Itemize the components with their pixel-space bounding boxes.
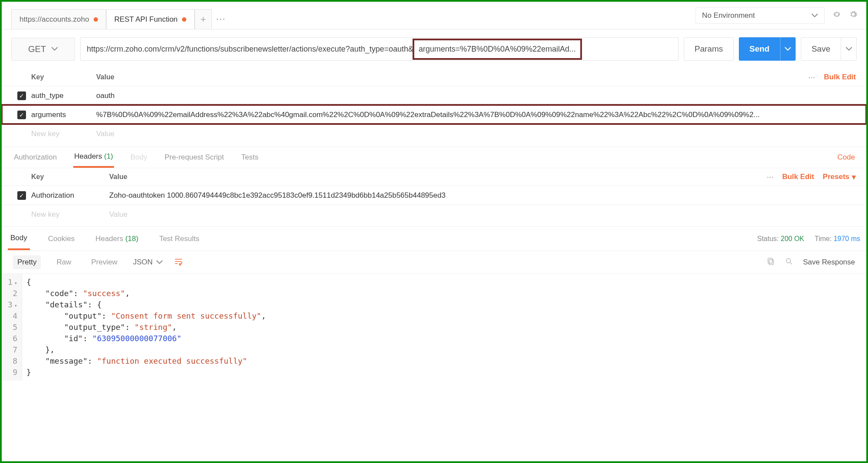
- header-key-placeholder[interactable]: New key: [31, 210, 109, 219]
- svg-rect-0: [769, 259, 774, 264]
- header-row-new[interactable]: New key Value: [2, 205, 866, 224]
- bulk-edit-link[interactable]: Bulk Edit: [824, 73, 856, 82]
- tab-strip: https://accounts.zoho REST API Function …: [6, 2, 229, 29]
- chevron-down-icon: [784, 46, 791, 52]
- headers-key-header: Key: [31, 173, 109, 181]
- chevron-down-icon: [156, 259, 163, 266]
- headers-header: Key Value ⋯ Bulk Edit Presets ▾: [2, 168, 866, 186]
- top-bar: https://accounts.zoho REST API Function …: [2, 2, 866, 29]
- tab-prerequest[interactable]: Pre-request Script: [164, 148, 225, 167]
- headers-value-header: Value: [109, 173, 767, 181]
- save-button-group: Save: [801, 37, 857, 61]
- tab-label: https://accounts.zoho: [20, 15, 89, 24]
- eye-icon[interactable]: [832, 10, 841, 21]
- save-response-link[interactable]: Save Response: [803, 258, 855, 267]
- tab-overflow-button[interactable]: ⋯: [212, 9, 229, 29]
- header-value-placeholder[interactable]: Value: [109, 210, 856, 219]
- response-tab-cookies[interactable]: Cookies: [46, 228, 77, 249]
- line-gutter: 1▾23▾456789: [2, 274, 22, 381]
- environment-select[interactable]: No Environment: [696, 7, 825, 24]
- save-dropdown[interactable]: [841, 37, 857, 61]
- more-icon[interactable]: ⋯: [808, 73, 815, 82]
- svg-rect-1: [768, 258, 772, 263]
- tab-headers[interactable]: Headers (1): [73, 147, 114, 168]
- chevron-down-icon: [51, 46, 58, 52]
- tab-label: REST API Function: [114, 15, 178, 24]
- tab-authorization[interactable]: Authorization: [13, 148, 58, 167]
- header-key[interactable]: Authorization: [31, 191, 109, 200]
- status-info: Status: 200 OK Time: 1970 ms: [757, 235, 860, 243]
- url-highlighted-segment: arguments=%7B%0D%0A%09%22emailAd...: [413, 39, 582, 60]
- view-mode-raw[interactable]: Raw: [52, 255, 75, 269]
- header-value[interactable]: Zoho-oauthtoken 1000.8607494449c8bc1e392…: [109, 191, 856, 200]
- param-row[interactable]: ✓ auth_type oauth: [2, 86, 866, 105]
- header-row[interactable]: ✓ Authorization Zoho-oauthtoken 1000.860…: [2, 186, 866, 205]
- param-value-placeholder[interactable]: Value: [96, 130, 856, 138]
- param-row-new[interactable]: New key Value: [2, 124, 866, 143]
- send-button-group: Send: [739, 37, 795, 61]
- more-icon[interactable]: ⋯: [767, 173, 774, 181]
- view-mode-preview[interactable]: Preview: [87, 255, 121, 269]
- method-label: GET: [28, 44, 46, 54]
- wrap-lines-icon[interactable]: [174, 257, 183, 268]
- status-value: 200 OK: [781, 235, 804, 242]
- copy-icon[interactable]: [767, 257, 775, 268]
- code-link[interactable]: Code: [837, 153, 855, 162]
- method-select[interactable]: GET: [11, 38, 75, 61]
- url-input[interactable]: https://crm.zoho.com/crm/v2/functions/su…: [80, 37, 679, 61]
- caret-down-icon: ▾: [852, 173, 856, 182]
- chevron-down-icon: [845, 46, 852, 52]
- response-tabs: Body Cookies Headers (18) Test Results S…: [2, 226, 866, 251]
- params-button[interactable]: Params: [684, 37, 734, 61]
- tab-rest-api[interactable]: REST API Function: [106, 9, 195, 29]
- response-tab-headers[interactable]: Headers (18): [93, 228, 141, 249]
- response-actions: Save Response: [767, 257, 855, 268]
- response-view-bar: Pretty Raw Preview JSON Save Response: [2, 251, 866, 274]
- checkbox-icon[interactable]: ✓: [17, 111, 26, 119]
- unsaved-dot-icon: [182, 17, 186, 22]
- response-tab-body[interactable]: Body: [8, 228, 30, 250]
- param-row-highlighted[interactable]: ✓ arguments %7B%0D%0A%09%22emailAddress%…: [2, 105, 866, 124]
- checkbox-icon[interactable]: ✓: [17, 191, 26, 200]
- response-tab-test-results[interactable]: Test Results: [156, 228, 202, 249]
- environment-label: No Environment: [702, 11, 755, 20]
- params-key-header: Key: [31, 73, 96, 81]
- url-prefix: https://crm.zoho.com/crm/v2/functions/su…: [87, 45, 413, 54]
- send-dropdown[interactable]: [780, 37, 796, 61]
- tab-body[interactable]: Body: [130, 148, 148, 167]
- request-row: GET https://crm.zoho.com/crm/v2/function…: [2, 29, 866, 68]
- tab-accounts[interactable]: https://accounts.zoho: [11, 9, 106, 29]
- checkbox-icon[interactable]: ✓: [17, 91, 26, 100]
- params-value-header: Value: [96, 73, 808, 81]
- chevron-down-icon: [811, 12, 818, 19]
- time-value: 1970 ms: [834, 235, 860, 242]
- bulk-edit-link[interactable]: Bulk Edit: [782, 173, 814, 181]
- param-key-placeholder[interactable]: New key: [31, 130, 96, 138]
- param-key[interactable]: arguments: [31, 111, 96, 119]
- param-key[interactable]: auth_type: [31, 91, 96, 100]
- param-value[interactable]: %7B%0D%0A%09%22emailAddress%22%3A%22abc%…: [96, 111, 856, 119]
- svg-point-2: [786, 258, 790, 263]
- unsaved-dot-icon: [94, 17, 98, 22]
- tab-tests[interactable]: Tests: [241, 148, 260, 167]
- presets-dropdown[interactable]: Presets ▾: [823, 173, 856, 182]
- response-body-code: 1▾23▾456789 { "code": "success", "detail…: [2, 274, 866, 381]
- request-inner-tabs: Authorization Headers (1) Body Pre-reque…: [2, 147, 866, 168]
- send-button[interactable]: Send: [739, 37, 780, 61]
- save-button[interactable]: Save: [801, 37, 841, 61]
- environment-area: No Environment: [696, 7, 862, 24]
- new-tab-button[interactable]: +: [195, 9, 212, 29]
- search-icon[interactable]: [785, 257, 793, 268]
- view-mode-pretty[interactable]: Pretty: [13, 255, 41, 269]
- params-header: Key Value ⋯ Bulk Edit: [2, 68, 866, 86]
- gear-icon[interactable]: [849, 10, 858, 21]
- code-content[interactable]: { "code": "success", "details": { "outpu…: [22, 274, 270, 381]
- format-select[interactable]: JSON: [133, 258, 163, 267]
- param-value[interactable]: oauth: [96, 91, 856, 100]
